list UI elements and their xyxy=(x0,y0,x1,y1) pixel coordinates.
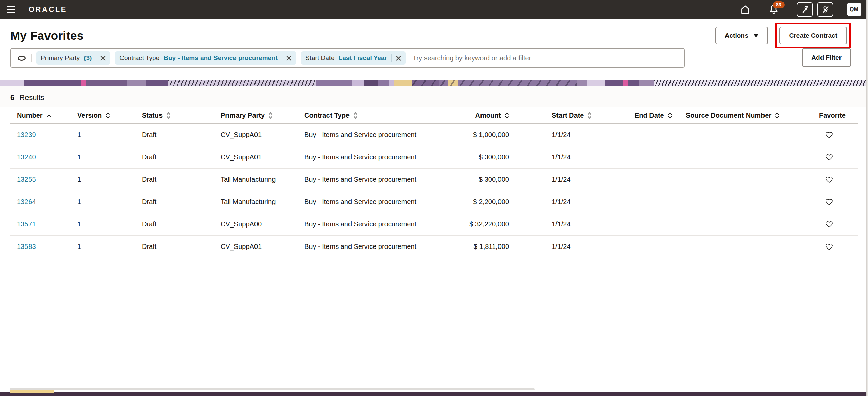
cell-primary-party: Tall Manufacturing xyxy=(221,169,304,191)
cell-status: Draft xyxy=(142,146,221,168)
divider xyxy=(391,54,392,62)
notification-count-badge: 83 xyxy=(773,1,785,8)
contract-number-link[interactable]: 13571 xyxy=(17,220,36,228)
cell-source-document-number xyxy=(686,191,819,213)
contract-number-link[interactable]: 13264 xyxy=(17,198,36,206)
favorite-heart-icon[interactable] xyxy=(825,243,833,250)
sort-icon xyxy=(268,112,273,119)
cell-start-date: 1/1/24 xyxy=(509,213,635,235)
contract-number-link[interactable]: 13583 xyxy=(17,243,36,251)
chevron-down-icon xyxy=(754,34,758,37)
contracts-table: Number Version Status Primary Party Cont… xyxy=(10,107,858,258)
column-header-favorite: Favorite xyxy=(819,107,858,123)
person-slash-icon-button[interactable] xyxy=(797,2,813,17)
column-header-number[interactable]: Number xyxy=(10,107,77,123)
contract-number-link[interactable]: 13239 xyxy=(17,131,36,139)
column-header-amount[interactable]: Amount xyxy=(460,107,509,123)
cell-version: 1 xyxy=(77,213,142,235)
user-avatar[interactable]: QM xyxy=(847,3,861,16)
pattern-chevrons xyxy=(411,80,576,86)
divider xyxy=(282,54,282,62)
filter-row: Primary Party (3) Contract Type Buy - It… xyxy=(10,48,851,68)
mic-slash-icon-button[interactable] xyxy=(817,2,833,17)
chip-value: (3) xyxy=(84,54,92,62)
cell-start-date: 1/1/24 xyxy=(509,124,635,146)
cell-contract-type: Buy - Items and Service procurement xyxy=(304,213,460,235)
page-title: My Favorites xyxy=(10,29,83,42)
cell-start-date: 1/1/24 xyxy=(509,169,635,191)
favorite-heart-icon[interactable] xyxy=(825,221,833,228)
mic-slash-icon xyxy=(821,5,830,14)
close-icon[interactable] xyxy=(396,55,401,61)
table-header-row: Number Version Status Primary Party Cont… xyxy=(10,107,858,124)
favorite-heart-icon[interactable] xyxy=(825,198,833,205)
sort-icon xyxy=(353,112,358,119)
cell-status: Draft xyxy=(142,236,221,258)
favorite-heart-icon[interactable] xyxy=(825,176,833,183)
cell-status: Draft xyxy=(142,124,221,146)
sort-icon xyxy=(505,112,509,119)
create-contract-button[interactable]: Create Contract xyxy=(779,27,847,44)
actions-dropdown-button[interactable]: Actions xyxy=(715,27,768,44)
search-input[interactable] xyxy=(413,54,679,62)
decorative-pattern-strip xyxy=(0,80,868,86)
chip-label: Primary Party xyxy=(41,54,80,62)
pattern-hatch xyxy=(168,80,316,86)
cell-source-document-number xyxy=(686,146,819,168)
cell-version: 1 xyxy=(77,236,142,258)
cell-version: 1 xyxy=(77,124,142,146)
contract-number-link[interactable]: 13255 xyxy=(17,176,36,183)
divider xyxy=(31,54,32,62)
app-window: ORACLE 83 QM xyxy=(0,0,868,396)
cell-start-date: 1/1/24 xyxy=(509,146,635,168)
sort-icon xyxy=(775,112,779,119)
cell-version: 1 xyxy=(77,169,142,191)
table-row[interactable]: 13264 1 Draft Tall Manufacturing Buy - I… xyxy=(10,191,858,213)
results-count: 6 xyxy=(10,93,14,102)
column-header-contract-type[interactable]: Contract Type xyxy=(304,107,460,123)
cell-source-document-number xyxy=(686,169,819,191)
close-icon[interactable] xyxy=(286,55,292,61)
favorite-heart-icon[interactable] xyxy=(825,154,833,161)
cell-amount: $ 300,000 xyxy=(460,169,509,191)
vertical-scrollbar[interactable] xyxy=(866,0,868,396)
column-header-start-date[interactable]: Start Date xyxy=(509,107,635,123)
annotation-highlight-box: Create Contract xyxy=(775,23,851,48)
table-row[interactable]: 13240 1 Draft CV_SuppA01 Buy - Items and… xyxy=(10,146,858,169)
sort-icon xyxy=(106,112,110,119)
table-row[interactable]: 13239 1 Draft CV_SuppA01 Buy - Items and… xyxy=(10,124,858,146)
add-filter-button-label: Add Filter xyxy=(811,54,842,61)
contract-number-link[interactable]: 13240 xyxy=(17,153,36,161)
table-row[interactable]: 13583 1 Draft CV_SuppA01 Buy - Items and… xyxy=(10,236,858,258)
actions-button-label: Actions xyxy=(725,32,749,39)
cell-amount: $ 2,200,000 xyxy=(460,191,509,213)
filter-chip-primary-party[interactable]: Primary Party (3) xyxy=(36,51,110,65)
chip-value: Last Fiscal Year xyxy=(339,54,387,62)
menu-icon[interactable] xyxy=(7,6,16,13)
cell-source-document-number xyxy=(686,213,819,235)
cell-primary-party: CV_SuppA01 xyxy=(221,124,304,146)
column-header-status[interactable]: Status xyxy=(142,107,221,123)
table-row[interactable]: 13571 1 Draft CV_SuppA00 Buy - Items and… xyxy=(10,213,858,236)
column-header-primary-party[interactable]: Primary Party xyxy=(221,107,304,123)
search-bar[interactable]: Primary Party (3) Contract Type Buy - It… xyxy=(10,48,685,68)
filter-chip-contract-type[interactable]: Contract Type Buy - Items and Service pr… xyxy=(115,51,296,65)
column-header-source-document-number[interactable]: Source Document Number xyxy=(686,107,819,123)
top-navigation-bar: ORACLE 83 QM xyxy=(0,0,868,19)
column-header-end-date[interactable]: End Date xyxy=(635,107,686,123)
add-filter-button[interactable]: Add Filter xyxy=(802,48,851,67)
horizontal-scrollbar-track[interactable] xyxy=(10,388,535,390)
column-header-version[interactable]: Version xyxy=(77,107,142,123)
table-row[interactable]: 13255 1 Draft Tall Manufacturing Buy - I… xyxy=(10,169,858,191)
chip-label: Start Date xyxy=(305,54,335,62)
close-icon[interactable] xyxy=(100,55,106,61)
chip-label: Contract Type xyxy=(119,54,159,62)
notifications-bell-icon[interactable]: 83 xyxy=(768,4,779,15)
cell-primary-party: CV_SuppA01 xyxy=(221,236,304,258)
footer-pattern-strip xyxy=(0,392,868,396)
home-icon[interactable] xyxy=(740,4,751,15)
cell-end-date xyxy=(635,146,686,168)
cell-version: 1 xyxy=(77,146,142,168)
favorite-heart-icon[interactable] xyxy=(825,131,833,138)
filter-chip-start-date[interactable]: Start Date Last Fiscal Year xyxy=(301,51,406,65)
